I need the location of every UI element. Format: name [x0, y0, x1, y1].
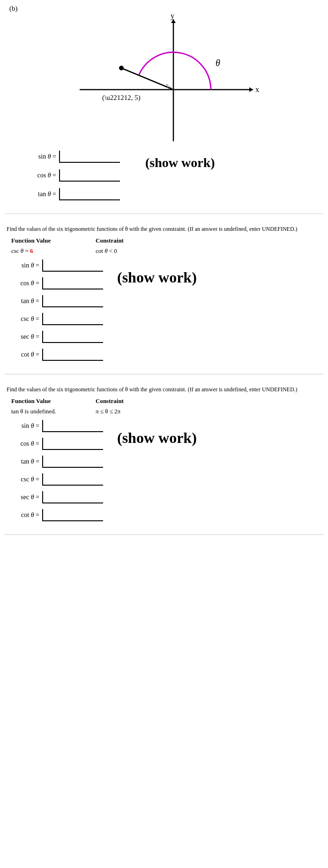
sin-row-1: sin θ = [7, 259, 103, 272]
cot-input-2[interactable] [42, 509, 103, 521]
svg-marker-3 [171, 19, 176, 23]
cot-input-1[interactable] [42, 349, 103, 361]
table-header-1: Function Value Constraint [7, 237, 321, 244]
coord-svg: x y θ (\u221212, 5) [66, 15, 262, 146]
six-fields-1: sin θ = cos θ = tan θ = csc θ = sec θ = … [7, 259, 103, 361]
part-label: (b) [9, 5, 319, 13]
problem-body-2: sin θ = cos θ = tan θ = csc θ = sec θ = … [7, 420, 321, 521]
cos-label-2: cos θ = [7, 440, 39, 448]
problem-section-1: Find the values of the six trigonometric… [0, 222, 328, 365]
sin-row-2: sin θ = [7, 420, 103, 432]
cos-input-b[interactable] [59, 169, 120, 182]
cos-row-b: cos θ = [23, 169, 127, 182]
show-work-2: (show work) [103, 420, 197, 447]
cot-row-2: cot θ = [7, 509, 103, 521]
tan-row-1: tan θ = [7, 295, 103, 307]
svg-text:(\u221212, 5): (\u221212, 5) [102, 94, 141, 102]
csc-input-2[interactable] [42, 473, 103, 486]
tan-input-b[interactable] [59, 188, 120, 200]
sin-input-1[interactable] [42, 259, 103, 272]
tan-label-1: tan θ = [7, 297, 39, 305]
sec-input-1[interactable] [42, 331, 103, 343]
divider-1 [5, 213, 323, 214]
header-function-2: Function Value [11, 397, 77, 405]
divider-3 [5, 534, 323, 535]
cos-input-1[interactable] [42, 277, 103, 289]
sec-label-2: sec θ = [7, 494, 39, 501]
tan-label-b: tan θ = [23, 190, 56, 198]
tan-input-2[interactable] [42, 456, 103, 468]
header-function-1: Function Value [11, 237, 77, 244]
sin-row-b: sin θ = [23, 151, 127, 163]
svg-text:y: y [171, 15, 174, 20]
cot-row-1: cot θ = [7, 349, 103, 361]
given-constraint-2: π ≤ θ ≤ 2π [96, 408, 161, 415]
tan-input-1[interactable] [42, 295, 103, 307]
tan-row-b: tan θ = [23, 188, 127, 200]
problem-body-1: sin θ = cos θ = tan θ = csc θ = sec θ = … [7, 259, 321, 361]
cos-row-2: cos θ = [7, 438, 103, 450]
header-constraint-2: Constraint [96, 397, 161, 405]
sec-input-2[interactable] [42, 491, 103, 503]
sin-label-1: sin θ = [7, 262, 39, 269]
header-constraint-1: Constraint [96, 237, 161, 244]
cos-label-1: cos θ = [7, 280, 39, 287]
section-b: (b) x y θ [0, 0, 328, 205]
given-constraint-1: cot θ < 0 [96, 247, 161, 255]
given-function-1: csc θ = 6 [11, 247, 77, 255]
given-value-number-1: 6 [30, 247, 33, 254]
tan-label-2: tan θ = [7, 458, 39, 465]
problem-section-2: Find the values of the six trigonometric… [0, 383, 328, 526]
show-work-b: (show work) [127, 151, 215, 170]
cos-row-1: cos θ = [7, 277, 103, 289]
six-fields-2: sin θ = cos θ = tan θ = csc θ = sec θ = … [7, 420, 103, 521]
svg-text:θ: θ [216, 58, 220, 68]
show-work-1: (show work) [103, 259, 197, 286]
svg-point-8 [119, 66, 124, 70]
divider-2 [5, 374, 323, 374]
sin-label-b: sin θ = [23, 153, 56, 160]
sin-input-2[interactable] [42, 420, 103, 432]
cot-label-1: cot θ = [7, 351, 39, 358]
coordinate-plane: x y θ (\u221212, 5) [66, 15, 262, 146]
cot-label-2: cot θ = [7, 511, 39, 519]
trig-inputs-b: sin θ = cos θ = tan θ = (show work) [9, 146, 319, 205]
svg-marker-1 [249, 87, 253, 92]
sec-row-1: sec θ = [7, 331, 103, 343]
csc-row-1: csc θ = [7, 313, 103, 325]
csc-row-2: csc θ = [7, 473, 103, 486]
sec-label-1: sec θ = [7, 333, 39, 341]
svg-text:x: x [255, 85, 259, 93]
csc-label-2: csc θ = [7, 476, 39, 483]
given-values-2: tan θ is undefined. π ≤ θ ≤ 2π [7, 408, 321, 415]
given-values-1: csc θ = 6 cot θ < 0 [7, 247, 321, 255]
tan-row-2: tan θ = [7, 456, 103, 468]
csc-label-1: csc θ = [7, 315, 39, 323]
cos-label-b: cos θ = [23, 172, 56, 179]
instruction-1: Find the values of the six trigonometric… [7, 225, 321, 233]
trig-fields-col-b: sin θ = cos θ = tan θ = [23, 151, 127, 200]
given-function-2: tan θ is undefined. [11, 408, 77, 415]
sin-input-b[interactable] [59, 151, 120, 163]
csc-input-1[interactable] [42, 313, 103, 325]
cos-input-2[interactable] [42, 438, 103, 450]
sin-label-2: sin θ = [7, 422, 39, 430]
svg-line-7 [121, 68, 173, 90]
instruction-2: Find the values of the six trigonometric… [7, 386, 321, 394]
sec-row-2: sec θ = [7, 491, 103, 503]
table-header-2: Function Value Constraint [7, 397, 321, 405]
